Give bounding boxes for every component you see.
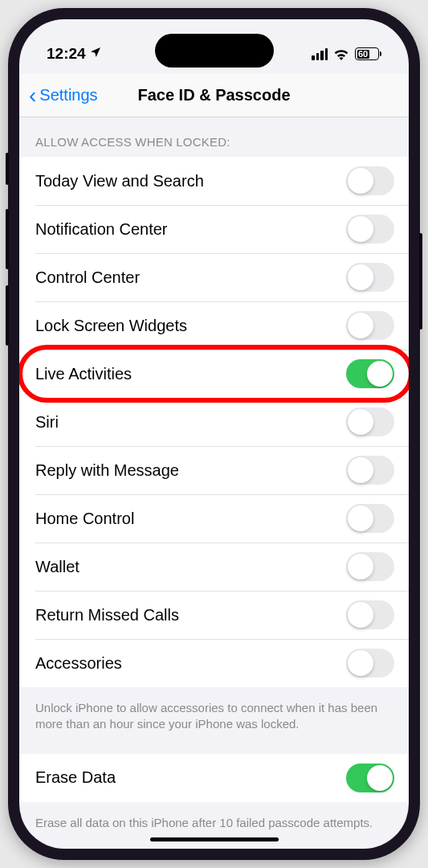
toggle-switch[interactable] [346,263,394,292]
row-label: Home Control [35,510,134,528]
toggle-switch[interactable] [346,407,394,436]
row-label: Control Center [35,268,140,287]
row-label: Wallet [35,558,79,576]
settings-row: Wallet [19,542,409,591]
settings-row: Return Missed Calls [19,591,409,639]
cellular-icon [312,48,328,60]
row-label: Notification Center [35,220,168,239]
toggle-switch[interactable] [346,215,394,244]
row-label: Return Missed Calls [35,606,179,624]
settings-row: Reply with Message [19,446,409,494]
row-label: Reply with Message [35,461,179,480]
settings-row: Siri [19,398,409,446]
volume-down-button [6,285,9,346]
location-icon [89,45,102,63]
erase-data-toggle[interactable] [346,764,394,792]
settings-row: Notification Center [19,205,409,253]
toggle-switch[interactable] [346,456,394,485]
battery-percent: 60 [358,49,368,59]
row-label: Live Activities [35,365,132,383]
settings-row: Accessories [19,639,409,687]
row-label: Siri [35,413,59,432]
erase-data-row: Erase Data [19,754,409,802]
toggle-switch[interactable] [346,166,394,195]
toggle-switch[interactable] [346,359,394,388]
row-label: Accessories [35,654,122,673]
settings-row: Today View and Search [19,157,409,205]
settings-row: Control Center [19,253,409,301]
settings-row: Lock Screen Widgets [19,301,409,350]
screen: 12:24 60 [19,19,409,849]
dynamic-island [155,34,274,68]
page-title: Face ID & Passcode [137,86,290,104]
status-time: 12:24 [47,45,86,63]
back-button[interactable]: ‹ Settings [29,84,98,107]
toggle-switch[interactable] [346,600,394,629]
erase-data-list: Erase Data [19,754,409,802]
erase-footer: Erase all data on this iPhone after 10 f… [19,809,409,850]
toggle-switch[interactable] [346,552,394,581]
toggle-switch[interactable] [346,311,394,340]
home-indicator[interactable] [150,837,279,841]
section-header: ALLOW ACCESS WHEN LOCKED: [19,135,409,157]
status-left: 12:24 [47,45,102,63]
row-label: Today View and Search [35,172,204,190]
wifi-icon [333,48,349,60]
settings-row: Home Control [19,494,409,542]
settings-list: Today View and SearchNotification Center… [19,157,409,687]
phone-frame: 12:24 60 [8,8,420,860]
toggle-switch[interactable] [346,649,394,678]
volume-up-button [6,209,9,269]
battery-icon: 60 [355,47,381,60]
row-label: Lock Screen Widgets [35,317,187,335]
row-label: Erase Data [35,768,116,787]
nav-bar: ‹ Settings Face ID & Passcode [19,74,409,117]
chevron-left-icon: ‹ [29,84,36,107]
power-button [419,233,422,330]
status-right: 60 [312,47,381,60]
side-button [6,153,9,185]
content-scroll[interactable]: ALLOW ACCESS WHEN LOCKED: Today View and… [19,117,409,849]
back-label: Settings [39,86,97,104]
toggle-switch[interactable] [346,504,394,533]
section-footer: Unlock iPhone to allow accessories to co… [19,694,409,754]
settings-row: Live Activities [19,350,409,398]
